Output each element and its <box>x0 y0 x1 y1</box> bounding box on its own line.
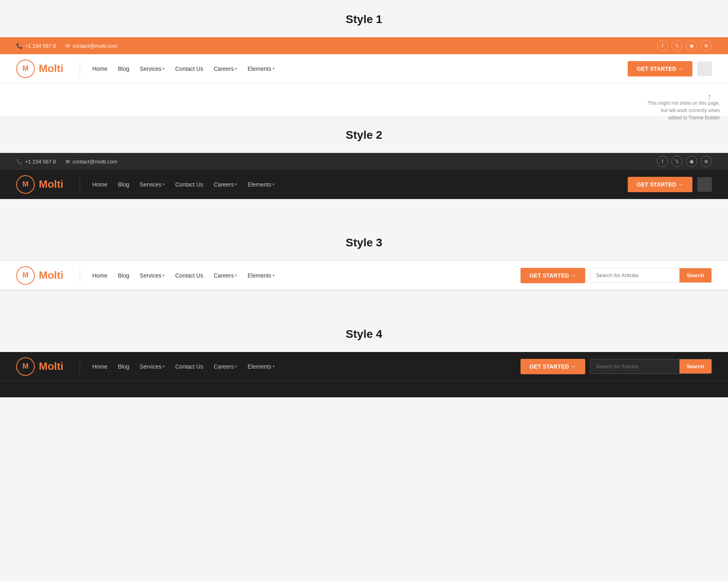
nav-services-4[interactable]: Services▾ <box>136 361 169 372</box>
style4-navbar: M Molti Home Blog Services▾ Contact Us C… <box>0 352 728 381</box>
nav-contact[interactable]: Contact Us <box>171 63 207 74</box>
nav-services-2[interactable]: Services▾ <box>136 179 169 190</box>
style3-spacer <box>0 290 728 315</box>
email-icon: ✉ <box>66 43 70 49</box>
phone-icon: 📞 <box>16 43 23 49</box>
logo-icon: M <box>16 59 35 78</box>
nav-blog-2[interactable]: Blog <box>114 179 133 190</box>
search-input-3[interactable] <box>590 268 679 282</box>
logo-text-2: Molti <box>39 178 63 191</box>
logo-icon-4: M <box>16 357 35 376</box>
nav-elements-2[interactable]: Elements▾ <box>243 179 278 190</box>
dribbble-icon[interactable]: ⊛ <box>700 40 712 51</box>
email-icon-2: ✉ <box>66 159 70 165</box>
elements-chevron-4: ▾ <box>273 364 275 369</box>
nav-home[interactable]: Home <box>88 63 111 74</box>
nav-contact-3[interactable]: Contact Us <box>171 270 207 281</box>
facebook-icon-2[interactable]: f <box>657 156 668 167</box>
style2-title: Style 2 <box>0 116 728 153</box>
services-chevron-2: ▾ <box>163 182 165 187</box>
nav-careers-3[interactable]: Careers▾ <box>210 270 241 281</box>
phone-contact: 📞 +1 234 567 8 <box>16 43 56 49</box>
nav-links-2: Home Blog Services▾ Contact Us Careers▾ … <box>88 179 628 190</box>
nav-elements-3[interactable]: Elements▾ <box>243 270 278 281</box>
nav-services[interactable]: Services▾ <box>136 63 169 74</box>
nav-contact-4[interactable]: Contact Us <box>171 361 207 372</box>
nav-links-3: Home Blog Services▾ Contact Us Careers▾ … <box>88 270 521 281</box>
nav-actions-3: GET STARTED → Search <box>521 268 712 283</box>
logo-3[interactable]: M Molti <box>16 266 63 285</box>
nav-divider-2 <box>80 177 80 192</box>
nav-careers-2[interactable]: Careers▾ <box>210 179 241 190</box>
facebook-icon[interactable]: f <box>657 40 668 51</box>
instagram-icon[interactable]: ◉ <box>686 40 697 51</box>
twitter-icon[interactable]: 𝕏 <box>671 40 683 51</box>
nav-actions-2: GET STARTED → <box>628 177 712 192</box>
phone-contact-2: 📞 +1 234 567 8 <box>16 159 56 165</box>
instagram-icon-2[interactable]: ◉ <box>686 156 697 167</box>
nav-divider-4 <box>80 359 80 374</box>
cta-button-2[interactable]: GET STARTED → <box>628 177 692 192</box>
style4-title: Style 4 <box>0 315 728 352</box>
scroll-note: This might not show on this page, but wi… <box>647 100 728 121</box>
logo-icon-3: M <box>16 266 35 285</box>
nav-home-3[interactable]: Home <box>88 270 111 281</box>
careers-chevron-3: ▾ <box>235 273 237 278</box>
logo-text-3: Molti <box>39 269 63 282</box>
style3-title: Style 3 <box>0 223 728 261</box>
services-chevron-3: ▾ <box>163 273 165 278</box>
twitter-icon-2[interactable]: 𝕏 <box>671 156 683 167</box>
bottom-spacer <box>0 397 728 422</box>
style1-topbar: 📞 +1 234 567 8 ✉ contact@molti.com f 𝕏 ◉… <box>0 37 728 54</box>
logo-text: Molti <box>39 62 63 75</box>
cta-button[interactable]: GET STARTED → <box>628 61 692 76</box>
style2-topbar: 📞 +1 234 567 8 ✉ contact@molti.com f 𝕏 ◉… <box>0 153 728 170</box>
style2-spacer <box>0 199 728 223</box>
nav-divider-3 <box>80 268 80 283</box>
grid-button[interactable] <box>697 61 712 76</box>
search-button-4[interactable]: Search <box>679 359 711 373</box>
grid-button-2[interactable] <box>697 177 712 192</box>
search-input-4[interactable] <box>590 359 679 373</box>
nav-home-2[interactable]: Home <box>88 179 111 190</box>
topbar-left: 📞 +1 234 567 8 ✉ contact@molti.com <box>16 43 117 49</box>
nav-contact-2[interactable]: Contact Us <box>171 179 207 190</box>
nav-blog-4[interactable]: Blog <box>114 361 133 372</box>
nav-elements[interactable]: Elements▾ <box>243 63 278 74</box>
dribbble-icon-2[interactable]: ⊛ <box>700 156 712 167</box>
nav-blog-3[interactable]: Blog <box>114 270 133 281</box>
phone-number-2: +1 234 567 8 <box>25 159 56 165</box>
search-box-3: Search <box>590 268 712 283</box>
phone-number: +1 234 567 8 <box>25 43 56 49</box>
email-contact-2: ✉ contact@molti.com <box>66 159 117 165</box>
email-address-2: contact@molti.com <box>72 159 117 165</box>
careers-chevron: ▾ <box>235 66 237 71</box>
elements-chevron: ▾ <box>273 66 275 71</box>
cta-button-3[interactable]: GET STARTED → <box>521 268 585 283</box>
nav-careers-4[interactable]: Careers▾ <box>210 361 241 372</box>
logo-text-4: Molti <box>39 360 63 373</box>
email-address: contact@molti.com <box>72 43 117 49</box>
nav-careers[interactable]: Careers▾ <box>210 63 241 74</box>
style1-title: Style 1 <box>0 0 728 37</box>
logo-4[interactable]: M Molti <box>16 357 63 376</box>
services-chevron: ▾ <box>163 66 165 71</box>
style1-navbar: M Molti Home Blog Services▾ Contact Us C… <box>0 54 728 83</box>
logo-2[interactable]: M Molti <box>16 175 63 194</box>
nav-home-4[interactable]: Home <box>88 361 111 372</box>
careers-chevron-4: ▾ <box>235 364 237 369</box>
nav-links-4: Home Blog Services▾ Contact Us Careers▾ … <box>88 361 521 372</box>
services-chevron-4: ▾ <box>163 364 165 369</box>
nav-actions-4: GET STARTED → Search <box>521 359 712 374</box>
style4-container: M Molti Home Blog Services▾ Contact Us C… <box>0 352 728 397</box>
cta-button-4[interactable]: GET STARTED → <box>521 359 585 374</box>
nav-elements-4[interactable]: Elements▾ <box>243 361 278 372</box>
nav-services-3[interactable]: Services▾ <box>136 270 169 281</box>
logo[interactable]: M Molti <box>16 59 63 78</box>
topbar-social-2: f 𝕏 ◉ ⊛ <box>657 156 712 167</box>
nav-blog[interactable]: Blog <box>114 63 133 74</box>
phone-icon-2: 📞 <box>16 159 23 165</box>
search-button-3[interactable]: Search <box>679 268 711 282</box>
email-contact: ✉ contact@molti.com <box>66 43 117 49</box>
topbar-left-2: 📞 +1 234 567 8 ✉ contact@molti.com <box>16 159 117 165</box>
